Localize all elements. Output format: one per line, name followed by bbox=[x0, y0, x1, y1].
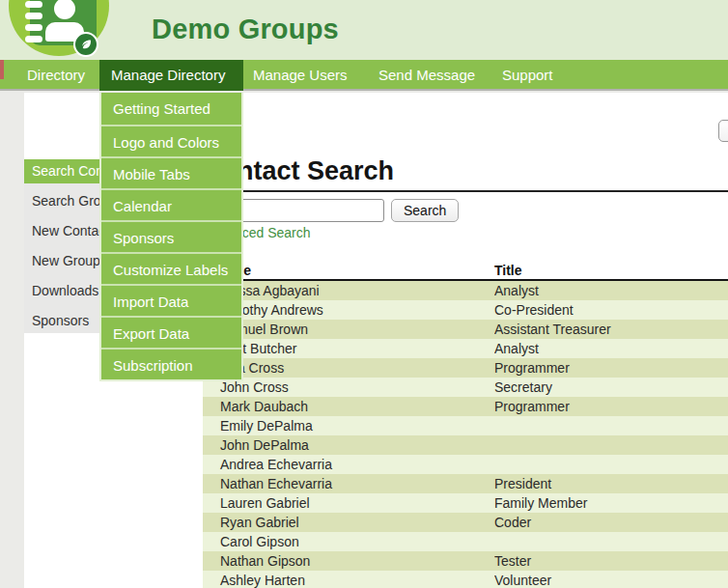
table-row[interactable]: John DePalma bbox=[203, 435, 728, 455]
nav-item[interactable]: Send Message bbox=[378, 60, 475, 91]
contact-title: Secretary bbox=[494, 378, 728, 397]
dropdown-item[interactable]: Subscription bbox=[101, 348, 241, 379]
nav-item[interactable]: Manage Directory bbox=[99, 60, 243, 91]
contact-title: Programmer bbox=[494, 397, 728, 416]
column-header-name: Name bbox=[203, 260, 494, 279]
contact-name: Nathan Echevarria bbox=[203, 474, 494, 493]
table-row[interactable]: Alyssa Agbayani Analyst bbox=[203, 281, 728, 300]
contact-name: Nathan Gipson bbox=[203, 551, 494, 571]
table-row[interactable]: John Cross Secretary bbox=[203, 378, 728, 397]
table-row[interactable]: Andrea Echevarria bbox=[203, 455, 728, 474]
window-edge-artifact bbox=[0, 60, 4, 79]
contact-title bbox=[494, 532, 728, 551]
contact-title: Coder bbox=[494, 513, 728, 532]
table-row[interactable]: Carol Gipson bbox=[203, 532, 728, 551]
contact-title: Family Member bbox=[494, 493, 728, 513]
binder-dot-icon bbox=[25, 13, 42, 19]
dropdown-item[interactable]: Sponsors bbox=[101, 220, 241, 252]
contact-name: Andrea Echevarria bbox=[203, 455, 494, 474]
dropdown-item[interactable]: Customize Labels bbox=[101, 252, 241, 284]
dropdown-item[interactable]: Export Data bbox=[101, 316, 241, 348]
contact-title: Programmer bbox=[494, 358, 728, 378]
dropdown-item[interactable]: Logo and Colors bbox=[101, 125, 241, 156]
dropdown-item[interactable]: Mobile Tabs bbox=[101, 156, 241, 188]
contact-title: Tester bbox=[494, 551, 728, 571]
contact-title bbox=[494, 416, 728, 435]
cutoff-button[interactable] bbox=[718, 120, 728, 142]
contact-name: Ashley Harten bbox=[203, 571, 494, 588]
binder-dot-icon bbox=[25, 36, 42, 42]
search-button[interactable]: Search bbox=[391, 199, 459, 222]
contact-name: Lauren Gabriel bbox=[203, 493, 494, 513]
table-row[interactable]: Lisa Cross Programmer bbox=[203, 358, 728, 378]
contact-title: Assistant Treasurer bbox=[494, 320, 728, 339]
contact-name: Alyssa Agbayani bbox=[203, 281, 494, 300]
table-row[interactable]: Samuel Brown Assistant Treasurer bbox=[203, 320, 728, 339]
table-row[interactable]: Lauren Gabriel Family Member bbox=[203, 493, 728, 513]
nav-item[interactable]: Directory bbox=[27, 60, 85, 91]
table-row[interactable]: Ashley Harten Volunteer bbox=[203, 571, 728, 588]
contact-title bbox=[494, 435, 728, 455]
app-logo[interactable] bbox=[0, 0, 126, 60]
contact-title: Co-President bbox=[494, 300, 728, 320]
table-row[interactable]: Ryan Gabriel Coder bbox=[203, 513, 728, 532]
contact-name: Matt Butcher bbox=[203, 339, 494, 358]
contact-title bbox=[494, 455, 728, 474]
dropdown-item[interactable]: Import Data bbox=[101, 284, 241, 316]
dropdown-item[interactable]: Calendar bbox=[101, 188, 241, 220]
binder-dot-icon bbox=[25, 1, 42, 8]
contact-title: Analyst bbox=[494, 339, 728, 358]
table-header: Name Title bbox=[203, 260, 728, 281]
manage-directory-dropdown: Getting Started Logo and Colors Mobile T… bbox=[99, 93, 243, 381]
contact-title: President bbox=[494, 474, 728, 493]
main-nav: Directory Manage Directory Manage Users … bbox=[0, 60, 728, 91]
contact-title: Volunteer bbox=[494, 571, 728, 588]
table-row[interactable]: Mark Daubach Programmer bbox=[203, 397, 728, 416]
binder-dot-icon bbox=[25, 24, 42, 31]
nav-item[interactable]: Support bbox=[502, 60, 553, 91]
table-body: Alyssa Agbayani Analyst Timothy Andrews … bbox=[203, 281, 728, 588]
app-header: Demo Groups bbox=[0, 0, 728, 60]
contact-name: John Cross bbox=[203, 378, 494, 397]
contact-name: Ryan Gabriel bbox=[203, 513, 494, 532]
contact-name: Timothy Andrews bbox=[203, 300, 494, 320]
contact-name: Carol Gipson bbox=[203, 532, 494, 551]
contact-name: Lisa Cross bbox=[203, 358, 494, 378]
nav-item[interactable]: Manage Users bbox=[253, 60, 348, 91]
dropdown-item[interactable]: Getting Started bbox=[101, 93, 241, 125]
table-row[interactable]: Nathan Echevarria President bbox=[203, 474, 728, 493]
column-header-title: Title bbox=[494, 260, 728, 279]
contact-name: Samuel Brown bbox=[203, 320, 494, 339]
contact-name: Mark Daubach bbox=[203, 397, 494, 416]
table-row[interactable]: Emily DePalma bbox=[203, 416, 728, 435]
table-row[interactable]: Nathan Gipson Tester bbox=[203, 551, 728, 571]
page-heading: Contact Search bbox=[203, 156, 728, 192]
table-row[interactable]: Matt Butcher Analyst bbox=[203, 339, 728, 358]
contact-name: John DePalma bbox=[203, 435, 494, 455]
contacts-table: Name Title Alyssa Agbayani Analyst Timot… bbox=[203, 260, 728, 588]
contact-name: Emily DePalma bbox=[203, 416, 494, 435]
table-row[interactable]: Timothy Andrews Co-President bbox=[203, 300, 728, 320]
page-title: Demo Groups bbox=[152, 0, 339, 60]
leaf-badge-icon bbox=[73, 32, 98, 57]
contact-title: Analyst bbox=[494, 281, 728, 300]
